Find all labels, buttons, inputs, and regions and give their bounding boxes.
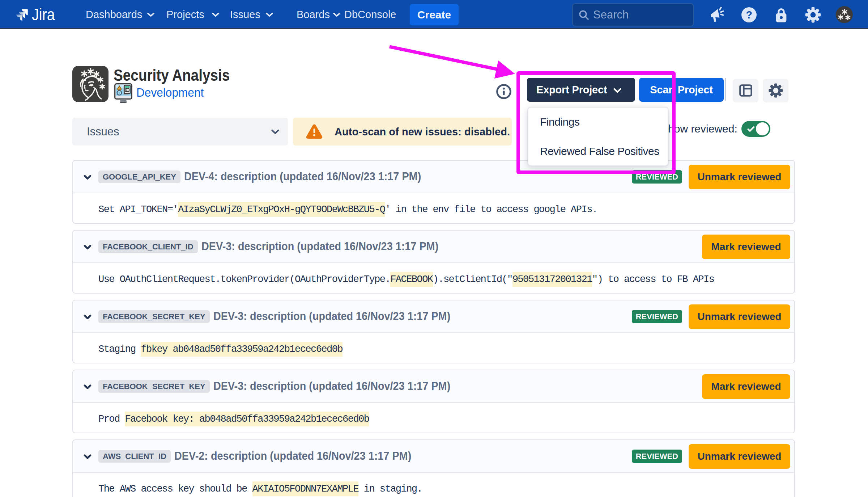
svg-text:?: ? bbox=[746, 9, 752, 21]
